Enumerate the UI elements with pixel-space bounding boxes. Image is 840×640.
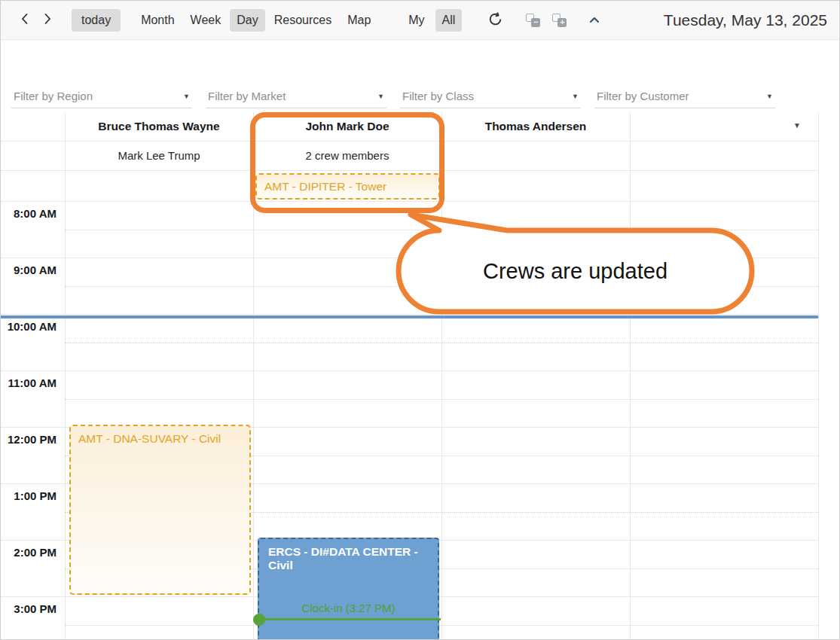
grid-vline: [818, 112, 819, 640]
filter-customer-placeholder: Filter by Customer: [597, 90, 689, 102]
grid-vline: [630, 112, 631, 640]
grid-halfhour-line: [65, 625, 818, 626]
expand-all-icon: +: [552, 14, 567, 27]
collapse-all-icon: −: [526, 14, 540, 27]
resource-header-dropdown-icon[interactable]: ▼: [793, 121, 801, 130]
event-ercs-data-center-civil[interactable]: ERCS - DI#DATA CENTER - Civil: [258, 538, 439, 640]
refresh-icon: [487, 11, 503, 29]
current-date-label: Tuesday, May 13, 2025: [664, 11, 827, 29]
event-amt-dna-suvary-civil[interactable]: AMT - DNA-SUVARY - Civil: [69, 425, 251, 595]
scheduler-app: today Month Week Day Resources Map My Al…: [0, 0, 840, 640]
filter-class-dropdown[interactable]: Filter by Class ▼: [400, 84, 581, 108]
event-title: AMT - DNA-SUVARY - Civil: [78, 432, 221, 445]
grid-vline: [441, 112, 442, 640]
today-button[interactable]: today: [72, 9, 121, 32]
filter-class-placeholder: Filter by Class: [402, 90, 474, 102]
filter-region-placeholder: Filter by Region: [14, 90, 93, 102]
callout-text: Crews are updated: [399, 230, 752, 312]
resource-header-thomas-andersen[interactable]: Thomas Andersen: [441, 112, 630, 141]
grid-hline: [1, 314, 818, 315]
view-tab-month[interactable]: Month: [134, 9, 181, 32]
dropdown-caret-icon: ▼: [572, 93, 579, 100]
prev-day-button[interactable]: [17, 10, 32, 30]
crew-label-mark-lee-trump[interactable]: Mark Lee Trump: [65, 141, 253, 170]
time-label-3pm: 3:00 PM: [1, 602, 57, 615]
event-title: ERCS - DI#DATA CENTER - Civil: [268, 545, 418, 571]
dropdown-caret-icon: ▼: [766, 93, 773, 100]
grid-halfhour-line: [65, 399, 818, 400]
scope-tab-my[interactable]: My: [402, 9, 431, 32]
time-label-11am: 11:00 AM: [1, 376, 57, 389]
collapse-panel-button[interactable]: [586, 11, 603, 29]
clock-in-label: Clock-in (3:27 PM): [258, 602, 439, 614]
grid-hline: [1, 170, 818, 171]
dropdown-caret-icon: ▼: [377, 93, 384, 100]
filter-market-placeholder: Filter by Market: [208, 90, 286, 102]
event-amt-dipiter-tower[interactable]: AMT - DIPITER - Tower: [255, 173, 440, 200]
time-label-1pm: 1:00 PM: [1, 489, 57, 502]
chevron-up-icon: [589, 14, 600, 26]
grid-hline: [1, 370, 818, 371]
current-time-indicator: [1, 315, 818, 318]
resource-header-bruce-thomas-wayne[interactable]: Bruce Thomas Wayne: [65, 112, 253, 141]
collapse-all-button[interactable]: −: [523, 11, 543, 30]
expand-all-button[interactable]: +: [549, 11, 570, 30]
view-switcher: Month Week Day Resources Map: [134, 9, 377, 32]
scope-tab-all[interactable]: All: [435, 9, 463, 32]
time-label-12pm: 12:00 PM: [1, 433, 57, 446]
refresh-button[interactable]: [484, 8, 506, 32]
view-tab-resources[interactable]: Resources: [267, 9, 338, 32]
view-tab-week[interactable]: Week: [184, 9, 228, 32]
chevron-right-icon: [44, 13, 52, 27]
crew-label-two-crew-members[interactable]: 2 crew members: [253, 141, 441, 170]
grid-vline: [65, 112, 66, 640]
grid-hline: [1, 201, 818, 202]
chevron-left-icon: [20, 13, 29, 27]
minus-badge: −: [531, 18, 540, 27]
toolbar: today Month Week Day Resources Map My Al…: [1, 1, 839, 40]
resource-header-john-mark-doe[interactable]: John Mark Doe: [253, 112, 441, 141]
filter-market-dropdown[interactable]: Filter by Market ▼: [206, 84, 386, 108]
scheduler-grid: Bruce Thomas Wayne John Mark Doe Thomas …: [1, 112, 840, 640]
grid-halfhour-line: [65, 343, 818, 343]
time-label-2pm: 2:00 PM: [1, 546, 57, 559]
scope-switcher: My All: [402, 9, 462, 32]
clock-in-dot[interactable]: [253, 614, 265, 626]
view-tab-day[interactable]: Day: [230, 9, 264, 32]
plus-badge: +: [557, 18, 567, 27]
filter-bar: Filter by Region ▼ Filter by Market ▼ Fi…: [1, 40, 839, 112]
time-label-8am: 8:00 AM: [1, 207, 57, 220]
grid-vline: [253, 112, 254, 640]
resource-header-empty[interactable]: [630, 112, 818, 141]
clock-in-line: [258, 618, 441, 620]
event-title: AMT - DIPITER - Tower: [264, 180, 386, 194]
view-tab-map[interactable]: Map: [341, 9, 377, 32]
time-label-9am: 9:00 AM: [1, 264, 57, 276]
time-label-10am: 10:00 AM: [1, 320, 57, 333]
filter-customer-dropdown[interactable]: Filter by Customer ▼: [594, 84, 775, 108]
next-day-button[interactable]: [41, 10, 55, 30]
filter-region-dropdown[interactable]: Filter by Region ▼: [11, 84, 192, 108]
dropdown-caret-icon: ▼: [183, 93, 190, 100]
